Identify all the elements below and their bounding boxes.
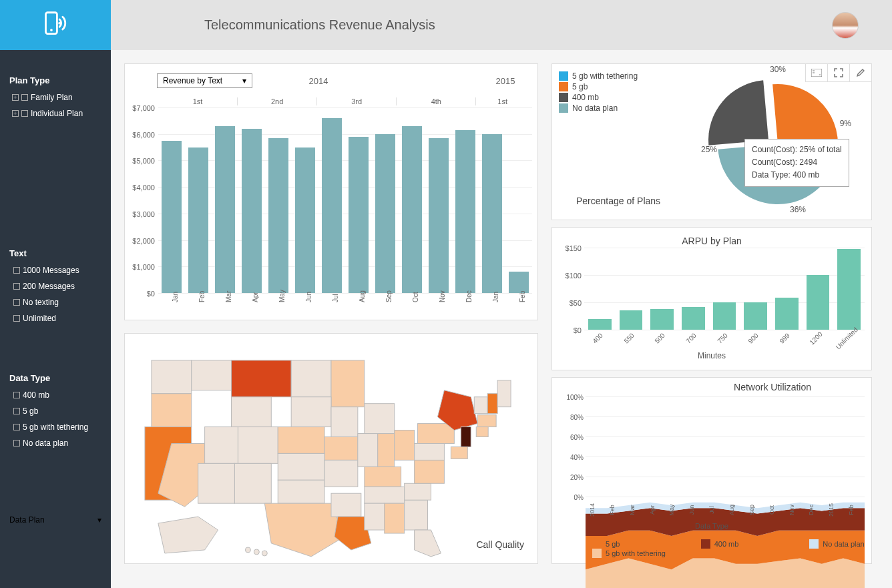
svg-rect-36 (418, 424, 455, 444)
revenue-plot: $0$1,000$2,000$3,000$4,000$5,000$6,000$7… (158, 107, 532, 293)
net-legend: 5 gb 400 mb No data plan 5 gb with tethe… (592, 539, 865, 558)
card-map: Call Quality (124, 333, 538, 564)
sidebar-item-5gb[interactable]: 5 gb (0, 403, 111, 419)
bar[interactable]: Sep (375, 134, 395, 293)
bar[interactable]: Mar (215, 126, 235, 293)
expand-icon[interactable]: + (12, 94, 19, 101)
legend-label: No data plan (572, 103, 618, 113)
y-tick-label: 100% (566, 394, 584, 401)
bar[interactable]: Feb (509, 272, 529, 293)
legend-label: 5 gb with tethering (606, 549, 666, 557)
bar[interactable]: Feb (188, 148, 208, 293)
pie-slice[interactable] (708, 80, 768, 145)
sidebar-item-200-messages[interactable]: 200 Messages (0, 278, 111, 294)
bar[interactable]: Aug (349, 137, 369, 293)
bar[interactable]: Jul (322, 118, 342, 293)
data-plan-select[interactable]: Data Plan ▾ (9, 512, 101, 528)
y-tick-label: $3,000 (132, 210, 155, 218)
x-tick-label: Feb (519, 291, 526, 302)
checkbox-icon[interactable] (13, 440, 20, 447)
bar[interactable]: Jan (162, 141, 182, 293)
svg-rect-15 (278, 427, 324, 454)
user-avatar[interactable] (832, 12, 859, 39)
bar[interactable]: Jun (295, 148, 315, 293)
main: Revenue by Text ▾ 2014 2015 1st 2nd 3rd … (111, 50, 892, 588)
checkbox-icon[interactable] (13, 283, 20, 290)
y-tick-label: $0 (147, 290, 155, 298)
sidebar-item-1000-messages[interactable]: 1000 Messages (0, 262, 111, 278)
legend-item[interactable]: 400 mb (701, 539, 756, 549)
sidebar-item-family-plan[interactable]: +Family Plan (0, 89, 111, 105)
x-tick-label: Oct (768, 500, 782, 520)
x-tick-label: Aug (728, 500, 742, 520)
swatch-icon (559, 71, 568, 81)
bar[interactable]: Oct (402, 126, 422, 293)
legend-item[interactable]: No data plan (809, 539, 865, 549)
sidebar-item-individual-plan[interactable]: +Individual Plan (0, 105, 111, 121)
x-tick-label: Apr (649, 500, 662, 520)
legend-label: 5 gb with tethering (572, 71, 638, 81)
checkbox-icon[interactable] (21, 110, 28, 117)
checkbox-icon[interactable] (21, 94, 28, 101)
bar[interactable]: Dec (455, 130, 475, 293)
tooltip-line: Count(Cost): 25% of total (752, 143, 842, 156)
sidebar-item-no-texting[interactable]: No texting (0, 294, 111, 310)
sidebar-item-label: Family Plan (31, 93, 73, 102)
usa-map[interactable] (132, 340, 531, 560)
svg-rect-25 (378, 434, 395, 467)
year-2015: 2015 (479, 76, 532, 86)
svg-rect-11 (231, 397, 271, 427)
bar[interactable] (744, 302, 767, 330)
bar[interactable]: Nov (429, 138, 449, 293)
bar[interactable]: Jan (482, 134, 502, 293)
x-labels: 2014FebMarAprMayJunJulAugSepOctNovDec201… (586, 503, 865, 517)
sidebar-item-400mb[interactable]: 400 mb (0, 387, 111, 403)
year-labels: 2014 2015 (158, 76, 532, 86)
x-tick-label: Jan (492, 292, 499, 302)
expand-icon[interactable]: + (12, 110, 19, 117)
svg-rect-8 (231, 360, 291, 397)
checkbox-icon[interactable] (13, 299, 20, 306)
sidebar-item-5gb-tethering[interactable]: 5 gb with tethering (0, 419, 111, 435)
pie-pct-36: 36% (790, 205, 806, 214)
sidebar-item-label: 200 Messages (23, 282, 75, 291)
svg-rect-9 (291, 360, 331, 397)
checkbox-icon[interactable] (13, 392, 20, 398)
legend-item[interactable]: 5 gb with tethering (592, 549, 686, 558)
bar[interactable] (775, 298, 799, 330)
svg-rect-40 (487, 394, 497, 414)
swatch-icon (592, 549, 602, 558)
checkbox-icon[interactable] (13, 408, 20, 414)
x-tick-label: Sep (385, 290, 393, 302)
svg-rect-12 (291, 397, 331, 427)
sidebar-heading-data-type: Data Type (0, 366, 111, 387)
card-revenue: Revenue by Text ▾ 2014 2015 1st 2nd 3rd … (124, 63, 538, 320)
sidebar-item-no-data-plan[interactable]: No data plan (0, 435, 111, 451)
bars (584, 248, 865, 330)
bar[interactable] (807, 275, 830, 330)
phone-signal-icon (41, 10, 71, 40)
svg-rect-43 (476, 427, 488, 437)
quarter-label: 1st (475, 97, 529, 105)
x-tick-label: 2014 (589, 500, 602, 520)
legend-item[interactable]: 5 gb (592, 539, 648, 549)
sidebar-item-unlimited[interactable]: Unlimited (0, 310, 111, 326)
legend-label: 5 gb (606, 540, 620, 548)
svg-rect-16 (331, 407, 358, 437)
checkbox-icon[interactable] (13, 315, 20, 322)
bar[interactable]: May (268, 138, 288, 293)
map-title: Call Quality (476, 539, 524, 550)
checkbox-icon[interactable] (13, 267, 20, 274)
pie-title: Percentage of Plans (576, 196, 660, 206)
svg-rect-5 (152, 394, 192, 427)
bar[interactable]: Apr (242, 129, 262, 293)
svg-rect-34 (415, 460, 445, 483)
svg-rect-7 (192, 360, 232, 390)
checkbox-icon[interactable] (13, 424, 20, 430)
area-chart[interactable] (586, 396, 865, 588)
x-tick-label: Aug (359, 290, 366, 302)
x-tick-label: Mar (629, 500, 642, 520)
bar[interactable] (837, 249, 861, 330)
x-tick-label: Feb (609, 500, 622, 520)
swatch-icon (592, 539, 602, 549)
